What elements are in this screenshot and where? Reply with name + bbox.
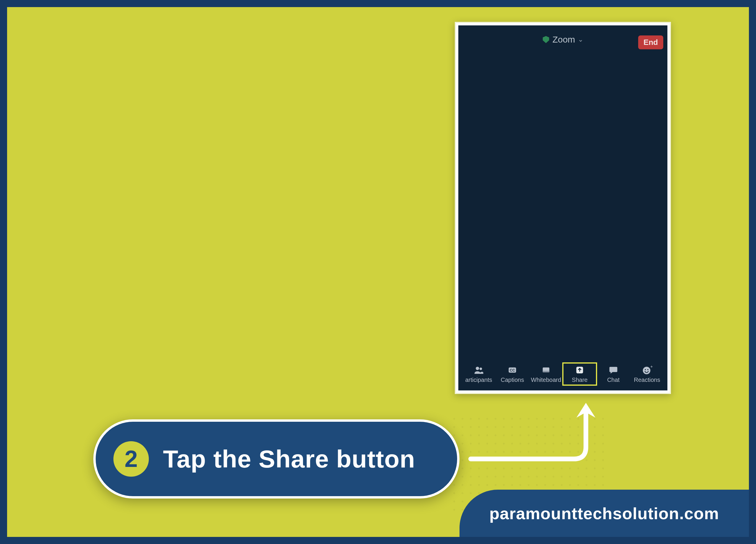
toolbar-participants[interactable]: articipants: [462, 363, 496, 385]
captions-icon: CC: [506, 365, 519, 375]
zoom-toolbar: articipants CC Captions Whiteboard: [458, 357, 667, 390]
shield-icon: [542, 36, 550, 43]
toolbar-reactions[interactable]: + Reactions: [630, 363, 664, 385]
share-icon: [573, 365, 586, 375]
toolbar-chat[interactable]: Chat: [597, 363, 630, 385]
toolbar-label: Reactions: [634, 377, 660, 383]
svg-text:CC: CC: [510, 368, 515, 372]
toolbar-label: Share: [572, 377, 587, 383]
toolbar-label: Whiteboard: [531, 377, 561, 383]
end-button-label: End: [643, 38, 658, 47]
step-number-badge: 2: [113, 441, 149, 477]
whiteboard-icon: [540, 365, 553, 375]
instruction-text: Tap the Share button: [163, 445, 415, 473]
svg-rect-5: [543, 371, 550, 372]
instruction-pill: 2 Tap the Share button: [93, 419, 460, 499]
toolbar-label: Chat: [607, 377, 620, 383]
zoom-top-bar: Zoom ⌄ End: [458, 31, 667, 48]
toolbar-label: Captions: [501, 377, 524, 383]
step-number: 2: [125, 445, 138, 473]
toolbar-share[interactable]: Share: [563, 363, 597, 385]
svg-text:+: +: [650, 365, 653, 369]
tutorial-slide: Zoom ⌄ End articipants: [0, 0, 756, 544]
svg-point-0: [476, 367, 479, 370]
svg-point-8: [645, 369, 646, 370]
chevron-down-icon: ⌄: [578, 36, 583, 43]
svg-point-7: [643, 367, 651, 374]
end-button[interactable]: End: [638, 35, 663, 49]
svg-point-9: [647, 369, 649, 370]
toolbar-captions[interactable]: CC Captions: [496, 363, 529, 385]
chat-icon: [607, 365, 620, 375]
app-title: Zoom: [553, 35, 575, 45]
participants-icon: [472, 365, 485, 375]
footer-tab: paramounttechsolution.com: [460, 490, 749, 537]
toolbar-whiteboard[interactable]: Whiteboard: [529, 363, 563, 385]
phone-frame: Zoom ⌄ End articipants: [455, 22, 671, 394]
reactions-icon: +: [641, 365, 654, 375]
canvas: Zoom ⌄ End articipants: [7, 7, 749, 537]
toolbar-label: articipants: [465, 377, 492, 383]
pointer-arrow: [468, 397, 604, 462]
footer-site: paramounttechsolution.com: [489, 504, 719, 523]
svg-point-1: [480, 367, 482, 370]
phone-screen: Zoom ⌄ End articipants: [458, 25, 667, 390]
